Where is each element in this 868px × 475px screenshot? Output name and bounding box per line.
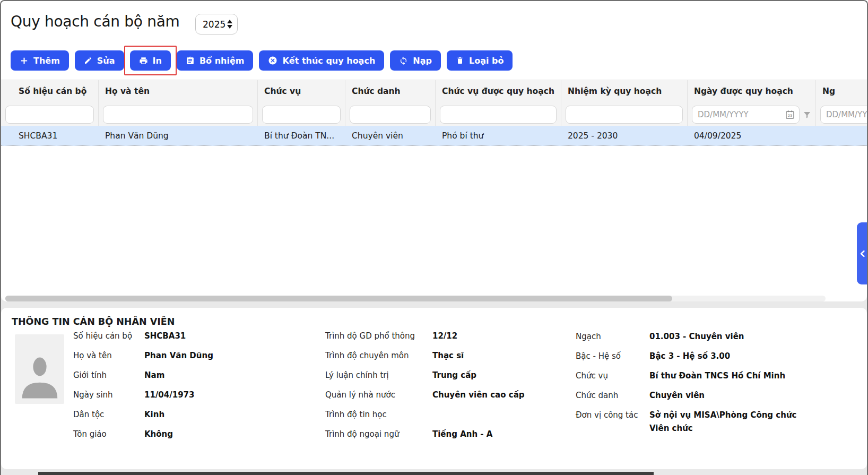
- filter-input[interactable]: [350, 106, 431, 124]
- filter-input[interactable]: [440, 106, 557, 124]
- date-filter-input[interactable]: [692, 106, 800, 124]
- info-column-3: Ngạch 01.003 - Chuyên viên Bậc - Hệ số B…: [576, 330, 798, 442]
- info-label: Tôn giáo: [73, 428, 144, 441]
- info-label: Trình độ tin học: [325, 409, 432, 421]
- add-button[interactable]: Thêm: [11, 50, 69, 71]
- info-value: Nam: [144, 369, 164, 382]
- info-row: Lý luận chính trị Trung cấp: [325, 369, 570, 382]
- year-spinner[interactable]: 2025: [195, 14, 238, 34]
- cell-ho-ten: Phan Văn Dũng: [99, 131, 258, 141]
- cell-so-hieu: SHCBA31: [1, 131, 99, 141]
- info-value: Chuyên viên: [649, 389, 705, 402]
- info-label: Ngạch: [576, 330, 649, 343]
- column-header[interactable]: Chức vụ được quy hoạch: [436, 80, 561, 102]
- date-filter: 23: [692, 106, 800, 124]
- reload-button-label: Nạp: [413, 56, 432, 66]
- info-row: Chức danh Chuyên viên: [576, 389, 798, 402]
- print-button-label: In: [153, 56, 162, 66]
- remove-button-label: Loại bỏ: [469, 56, 504, 66]
- date-filter-input[interactable]: [820, 106, 868, 124]
- info-value: Trung cấp: [432, 369, 476, 382]
- column-header[interactable]: Ng: [816, 80, 867, 102]
- info-label: Chức vụ: [576, 369, 649, 383]
- info-value: 12/12: [432, 330, 457, 342]
- column-chuc-vu: Chức vụ: [258, 80, 345, 126]
- info-value: Phan Văn Dũng: [144, 350, 213, 362]
- filter-input[interactable]: [5, 106, 94, 124]
- refresh-icon: [399, 56, 408, 65]
- column-nhiem-ky-quy-hoach: Nhiệm kỳ quy hoạch: [561, 80, 688, 126]
- info-row: Trình độ GD phổ thông 12/12: [325, 330, 570, 342]
- filter-input[interactable]: [262, 106, 341, 124]
- column-ngay-duoc-quy-hoach: Ngày được quy hoạch 23: [688, 80, 816, 126]
- info-value: SHCBA31: [144, 330, 186, 342]
- clipboard-icon: [186, 56, 195, 65]
- cell-chuc-vu: Bí thư Đoàn TN...: [258, 131, 345, 141]
- column-header[interactable]: Chức danh: [345, 80, 435, 102]
- info-label: Dân tộc: [73, 409, 144, 421]
- info-row: Đơn vị công tác Sở nội vụ MISA\Phòng Côn…: [576, 409, 798, 435]
- info-row: Họ và tên Phan Văn Dũng: [73, 350, 315, 362]
- info-label: Lý luận chính trị: [325, 369, 432, 382]
- person-icon: [18, 344, 62, 404]
- info-value: 11/04/1973: [144, 389, 194, 401]
- employee-info-panel: THÔNG TIN CÁN BỘ NHÂN VIÊN Số hiệu cán b…: [1, 308, 867, 469]
- column-header[interactable]: Nhiệm kỳ quy hoạch: [561, 80, 687, 102]
- appoint-button-label: Bổ nhiệm: [199, 56, 245, 66]
- avatar: [15, 334, 64, 404]
- info-row: Ngày sinh 11/04/1973: [73, 389, 315, 401]
- end-planning-button[interactable]: Kết thúc quy hoạch: [259, 50, 384, 71]
- printer-icon: [139, 56, 148, 65]
- info-label: Đơn vị công tác: [576, 409, 649, 435]
- info-label: Quản lý nhà nước: [325, 389, 432, 401]
- info-row: Dân tộc Kinh: [73, 409, 315, 421]
- info-label: Chức danh: [576, 389, 649, 402]
- edit-button[interactable]: Sửa: [75, 50, 124, 71]
- spinner-up-icon[interactable]: [227, 20, 232, 23]
- calendar-icon[interactable]: 23: [785, 109, 795, 120]
- info-row: Ngạch 01.003 - Chuyên viên: [576, 330, 798, 343]
- chevron-left-icon: [859, 250, 866, 257]
- filter-input[interactable]: [566, 106, 683, 124]
- page-title: Quy hoạch cán bộ năm: [11, 13, 180, 30]
- table-header: Số hiệu cán bộ Họ và tên Chức vụ Chức da…: [1, 80, 867, 126]
- column-so-hieu-can-bo: Số hiệu cán bộ: [1, 80, 99, 126]
- end-planning-button-label: Kết thúc quy hoạch: [282, 56, 375, 66]
- info-column-2: Trình độ GD phổ thông 12/12 Trình độ chu…: [325, 330, 570, 448]
- info-value: Thạc sĩ: [432, 350, 464, 362]
- trash-icon: [456, 56, 464, 65]
- print-button[interactable]: In: [130, 50, 171, 71]
- year-value: 2025: [203, 19, 227, 30]
- info-row: Trình độ tin học: [325, 409, 570, 421]
- x-circle-icon: [268, 56, 277, 65]
- appoint-button[interactable]: Bổ nhiệm: [177, 50, 254, 71]
- remove-button[interactable]: Loại bỏ: [447, 50, 513, 71]
- info-value: Tiếng Anh - A: [432, 428, 492, 441]
- table-horizontal-scrollbar[interactable]: [5, 296, 826, 301]
- collapse-panel-tab[interactable]: [857, 222, 867, 284]
- filter-funnel-icon[interactable]: [803, 110, 811, 120]
- reload-button[interactable]: Nạp: [390, 50, 441, 71]
- spinner-arrows[interactable]: [227, 20, 232, 29]
- table-row[interactable]: SHCBA31 Phan Văn Dũng Bí thư Đoàn TN... …: [1, 126, 867, 146]
- info-value: Bậc 3 - Hệ số 3.00: [649, 350, 730, 363]
- column-header[interactable]: Họ và tên: [99, 80, 257, 102]
- window-horizontal-scrollbar[interactable]: [38, 472, 654, 475]
- column-header[interactable]: Chức vụ: [258, 80, 345, 102]
- column-header[interactable]: Số hiệu cán bộ: [1, 80, 98, 102]
- info-row: Số hiệu cán bộ SHCBA31: [73, 330, 315, 342]
- info-label: Trình độ ngoại ngữ: [325, 428, 432, 441]
- column-ho-va-ten: Họ và tên: [99, 80, 258, 126]
- info-value: Kinh: [144, 409, 164, 421]
- column-clipped: Ng: [816, 80, 867, 126]
- filter-input[interactable]: [103, 106, 253, 124]
- info-value: Bí thư Đoàn TNCS Hồ Chí Minh: [649, 369, 785, 383]
- svg-text:23: 23: [788, 114, 792, 118]
- cell-ngay-quy-hoach: 04/09/2025: [688, 131, 816, 141]
- app-window: Quy hoạch cán bộ năm 2025 Thêm Sửa In: [0, 0, 868, 475]
- spinner-down-icon[interactable]: [227, 25, 232, 29]
- toolbar: Thêm Sửa In Bổ nhiệm Kết thúc quy hoạch: [11, 50, 513, 71]
- column-header[interactable]: Ngày được quy hoạch: [688, 80, 815, 102]
- info-value: Không: [144, 428, 173, 441]
- scrollbar-thumb[interactable]: [5, 296, 672, 301]
